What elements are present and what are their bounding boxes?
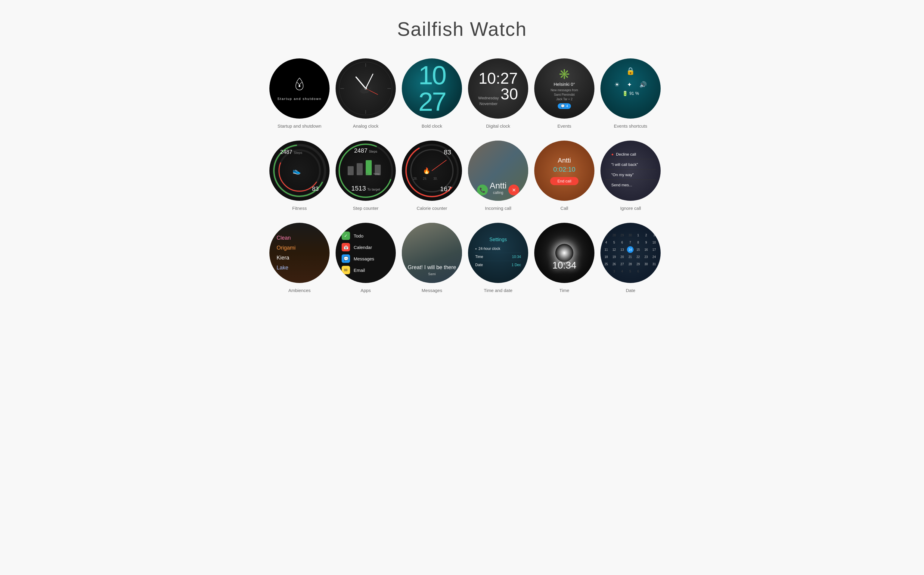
date-cell: 17 xyxy=(651,246,657,253)
fitness-label: Fitness xyxy=(292,206,307,211)
flame-icon: 🔥 xyxy=(423,167,430,174)
date-cell: 15 xyxy=(635,246,641,253)
fitness-steps-val: 2487 Steps xyxy=(280,149,302,155)
date-cell: 28 xyxy=(627,261,634,267)
watch-item-bold[interactable]: 10 27 Bold clock xyxy=(402,59,462,129)
watch-face-calorie: 28. 29. 30. 83 167 🔥 xyxy=(402,141,462,201)
end-call-button[interactable]: End call xyxy=(550,177,578,185)
watch-item-messages[interactable]: Great! I will be there Sami Messages xyxy=(402,223,462,293)
app-email[interactable]: ✉ Email xyxy=(342,266,390,274)
svg-text:👟: 👟 xyxy=(293,167,301,175)
step-remaining: 1513 xyxy=(351,184,366,192)
events-message: New messages fromSami PienimäkiJack Tar … xyxy=(550,88,578,102)
date-cell: 27 xyxy=(603,232,610,238)
watch-item-ambiences[interactable]: Clean Origami Kiera Lake Ambiences xyxy=(269,223,330,293)
incoming-sub: calling xyxy=(493,191,503,195)
svg-text:28.: 28. xyxy=(348,173,351,175)
date-cell: 2 xyxy=(643,232,650,238)
svg-point-0 xyxy=(299,85,300,87)
events-city: Helsinki 0° xyxy=(553,82,575,87)
watch-item-startup[interactable]: Startup and shutdown Startup and shutdow… xyxy=(269,59,330,129)
watch-item-shortcuts[interactable]: 🔒 ☀ ✦ 🔊 🔋 91 % Events shortcuts xyxy=(601,59,661,129)
fitness-cal-val: 83 xyxy=(312,186,319,192)
app-messages[interactable]: 💬 Messages xyxy=(342,254,390,263)
watch-face-incoming: Antti calling 📞 ✕ xyxy=(468,141,528,201)
watch-item-fitness[interactable]: 👟 2487 Steps 83 Fitness xyxy=(269,141,330,211)
apps-label: Apps xyxy=(361,288,371,293)
date-cell: 23 xyxy=(643,254,650,260)
td-24h-row: ● 24-hour clock xyxy=(475,246,521,253)
svg-text:30.: 30. xyxy=(366,173,369,175)
watch-item-step[interactable]: 2487 Steps 28. 29. 30. Today 1513 To xyxy=(336,141,396,211)
svg-text:28.: 28. xyxy=(413,177,417,180)
cal-value: 83 xyxy=(444,148,451,156)
step-count: 2487 xyxy=(354,147,368,154)
app-calendar[interactable]: 📅 Calendar xyxy=(342,243,390,251)
date-cell: 6 xyxy=(635,268,641,275)
watch-item-call[interactable]: Antti 0:02:10 End call Call xyxy=(534,141,594,211)
calendar-icon: 📅 xyxy=(342,243,350,251)
startup-label: Startup and shutdown xyxy=(277,124,322,129)
bold-hour: 10 xyxy=(418,62,445,89)
watch-item-time[interactable]: 10:34 Time xyxy=(534,223,594,293)
td-dot-icon: ● xyxy=(475,248,477,250)
date-cell: 30 xyxy=(643,261,650,267)
watch-item-timedate[interactable]: Settings ● 24-hour clock Time 10:34 Date… xyxy=(468,223,528,293)
watch-item-ignore[interactable]: ● Decline call "I will call back" "On my… xyxy=(601,141,661,211)
date-cell: 19 xyxy=(611,254,618,260)
date-month: Dec xyxy=(603,226,658,230)
date-cell: 4 xyxy=(619,268,625,275)
message-sender: Sami xyxy=(428,272,436,276)
watch-item-digital[interactable]: 10:27 Wednesday November 30 Digital cloc… xyxy=(468,59,528,129)
todo-icon: ✓ xyxy=(342,232,350,240)
battery-status: 🔋 91 % xyxy=(622,91,639,96)
ignore-option-callback[interactable]: "I will call back" xyxy=(605,162,656,170)
digital-time: 10:27 xyxy=(479,70,518,86)
ignore-option-sendmsg[interactable]: Send mes... xyxy=(605,183,656,190)
ignore-option-onmyway[interactable]: "On my way" xyxy=(605,173,656,180)
watch-face-step: 2487 Steps 28. 29. 30. Today 1513 To xyxy=(336,141,396,201)
date-cell: 6 xyxy=(619,239,625,246)
decline-call-button[interactable]: ✕ xyxy=(508,184,519,195)
date-cell xyxy=(643,268,650,275)
email-icon: ✉ xyxy=(342,266,350,274)
date-cell: 1 xyxy=(635,232,641,238)
date-cell: 29 xyxy=(635,261,641,267)
date-cell: 5 xyxy=(611,239,618,246)
date-cell: 9 xyxy=(643,239,650,246)
watch-item-date[interactable]: Dec 27 28 29 30 1 2 3 4 5 6 7 8 9 10 11 xyxy=(601,223,661,293)
svg-text:29.: 29. xyxy=(357,173,360,175)
date-cell: 21 xyxy=(627,254,634,260)
watch-face-apps: ✓ Todo 📅 Calendar 💬 Messages ✉ Email xyxy=(336,223,396,283)
date-cell: 3 xyxy=(611,268,618,275)
svg-line-7 xyxy=(366,74,373,89)
shortcuts-icons: ☀ ✦ 🔊 xyxy=(614,81,647,88)
bold-label: Bold clock xyxy=(422,124,442,129)
ambience-clean[interactable]: Clean xyxy=(277,235,322,241)
ignore-option-decline[interactable]: ● Decline call xyxy=(605,152,656,159)
accept-call-button[interactable]: 📞 xyxy=(477,184,488,195)
watch-item-apps[interactable]: ✓ Todo 📅 Calendar 💬 Messages ✉ Email App… xyxy=(336,223,396,293)
watch-item-incoming[interactable]: Antti calling 📞 ✕ Incoming call xyxy=(468,141,528,211)
watch-face-analog xyxy=(336,59,396,119)
ambience-origami[interactable]: Origami xyxy=(277,245,322,251)
td-time-row: Time 10:34 xyxy=(475,255,521,261)
watch-face-ignore: ● Decline call "I will call back" "On my… xyxy=(601,141,661,201)
watch-item-analog[interactable]: Analog clock xyxy=(336,59,396,129)
watch-item-calorie[interactable]: 28. 29. 30. 83 167 🔥 Calorie counter xyxy=(402,141,462,211)
time-label: Time xyxy=(559,288,569,293)
step-label-text: Step counter xyxy=(353,206,378,211)
watch-face-events: ✳️ Helsinki 0° New messages fromSami Pie… xyxy=(534,59,594,119)
time-glow-dot xyxy=(555,244,573,262)
call-label: Call xyxy=(560,206,568,211)
watch-face-date: Dec 27 28 29 30 1 2 3 4 5 6 7 8 9 10 11 xyxy=(601,223,661,283)
ambience-lake[interactable]: Lake xyxy=(277,265,322,271)
ambience-kiera[interactable]: Kiera xyxy=(277,255,322,261)
step-label: Steps xyxy=(369,149,377,153)
date-cell: 4 xyxy=(603,239,610,246)
watch-face-messages: Great! I will be there Sami xyxy=(402,223,462,283)
lock-icon: 🔒 xyxy=(626,67,635,75)
app-todo[interactable]: ✓ Todo xyxy=(342,232,390,240)
watch-grid: Startup and shutdown Startup and shutdow… xyxy=(251,52,673,317)
watch-item-events[interactable]: ✳️ Helsinki 0° New messages fromSami Pie… xyxy=(534,59,594,129)
